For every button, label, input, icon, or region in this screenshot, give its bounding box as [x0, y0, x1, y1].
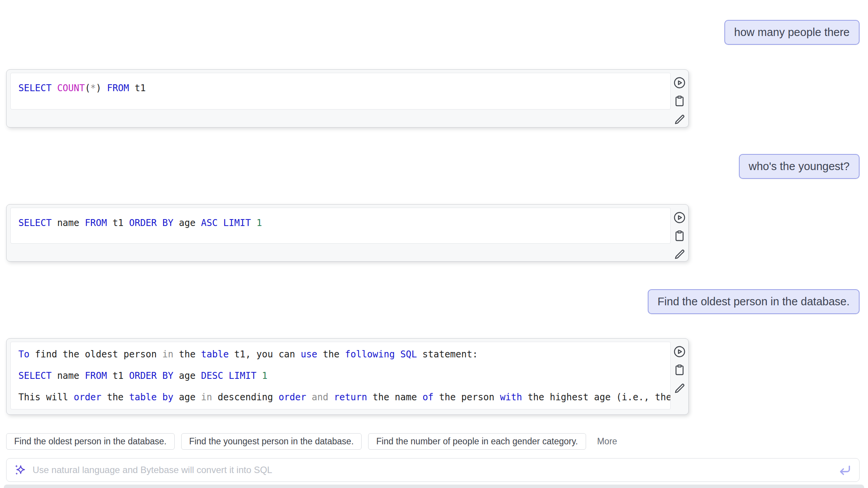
sql-editor[interactable]: To find the oldest person in the table t…: [10, 342, 671, 409]
sql-card-actions: [673, 211, 686, 261]
user-message-bubble: how many people there: [724, 20, 860, 45]
sql-response-card: SELECT COUNT(*) FROM t1: [6, 69, 689, 128]
sql-card-actions: [673, 76, 686, 126]
suggestion-gender-count[interactable]: Find the number of people in each gender…: [368, 433, 586, 450]
pencil-icon: [673, 113, 686, 126]
sparkles-icon: [14, 464, 26, 476]
play-circle-icon: [673, 211, 686, 224]
suggestion-row: Find the oldest person in the database. …: [6, 433, 622, 450]
sql-chat-screen: how many people there who's the youngest…: [0, 0, 868, 488]
bottom-panel-divider: [4, 485, 864, 488]
play-circle-icon: [673, 345, 686, 358]
edit-sql-button[interactable]: [673, 113, 686, 126]
return-arrow-icon: [839, 463, 852, 477]
sql-response-card: To find the oldest person in the table t…: [6, 338, 689, 415]
edit-sql-button[interactable]: [673, 248, 686, 261]
suggestion-find-youngest[interactable]: Find the youngest person in the database…: [181, 433, 362, 450]
edit-sql-button[interactable]: [673, 382, 686, 395]
sql-response-card: SELECT name FROM t1 ORDER BY age ASC LIM…: [6, 204, 689, 262]
copy-sql-button[interactable]: [673, 364, 686, 377]
run-sql-button[interactable]: [673, 345, 686, 358]
run-sql-button[interactable]: [673, 76, 686, 89]
user-message-bubble: who's the youngest?: [739, 154, 860, 179]
sql-editor[interactable]: SELECT name FROM t1 ORDER BY age ASC LIM…: [10, 208, 671, 244]
natural-language-input[interactable]: [32, 464, 833, 476]
user-message-bubble: Find the oldest person in the database.: [648, 289, 860, 314]
suggestion-find-oldest[interactable]: Find the oldest person in the database.: [6, 433, 175, 450]
copy-sql-button[interactable]: [673, 229, 686, 242]
run-sql-button[interactable]: [673, 211, 686, 224]
sql-card-actions: [673, 345, 686, 395]
more-suggestions-button[interactable]: More: [593, 433, 622, 450]
play-circle-icon: [673, 76, 686, 89]
clipboard-icon: [673, 364, 686, 377]
pencil-icon: [673, 248, 686, 261]
composer-bar: [6, 458, 860, 482]
pencil-icon: [673, 382, 686, 395]
submit-query-button[interactable]: [839, 463, 852, 477]
copy-sql-button[interactable]: [673, 95, 686, 108]
clipboard-icon: [673, 229, 686, 242]
clipboard-icon: [673, 95, 686, 108]
sql-editor[interactable]: SELECT COUNT(*) FROM t1: [10, 73, 671, 110]
